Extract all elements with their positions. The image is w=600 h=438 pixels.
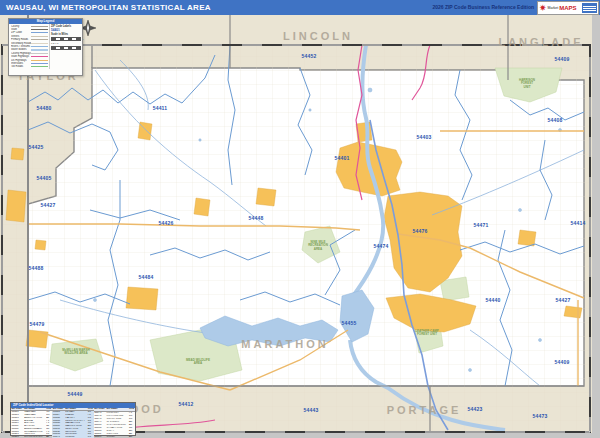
page-title: WAUSAU, WI METROPOLITAN STATISTICAL AREA (6, 3, 211, 12)
legend-item-label: Toll Roads (11, 65, 31, 68)
legend-scale-ticks: 0 2 4 8 (51, 42, 81, 45)
logo-brand: MAPS (559, 5, 576, 11)
legend-item-swatch (31, 49, 48, 51)
legend-item-swatch (31, 29, 48, 30)
legend-item-swatch (31, 60, 48, 61)
logo-brand-prefix: Market (548, 6, 559, 10)
legend-sample-zip: 54401 (51, 28, 81, 32)
legend-panel: Map Legend CountyStateZIP CodeStreetsPri… (8, 18, 83, 76)
legend-item-swatch (31, 43, 48, 44)
title-bar: WAUSAU, WI METROPOLITAN STATISTICAL AREA… (0, 0, 600, 15)
legend-items: CountyStateZIP CodeStreetsPrimary RoadsS… (9, 24, 49, 69)
map-page: WAUSAU, WI METROPOLITAN STATISTICAL AREA… (0, 0, 600, 438)
zip-index-groups: ZIP CodeZIP NameGrid54401WAUSAUC354403WA… (11, 408, 135, 438)
right-margin (592, 15, 600, 438)
legend-item-swatch (31, 26, 48, 27)
zip-index-table: ZIP Code Index/Grid Locator ZIP CodeZIP … (10, 402, 136, 436)
legend-item-swatch (31, 46, 48, 47)
map-canvas[interactable] (0, 15, 600, 438)
map-art (0, 15, 600, 438)
legend-item: Toll Roads (11, 65, 48, 68)
legend-item-swatch (31, 56, 48, 57)
legend-zip-labels-column: ZIP Code Labels 54401 Scale in Miles 0 2… (49, 24, 82, 69)
legend-scale-bar (51, 37, 81, 41)
legend-item-swatch (31, 63, 48, 64)
zip-index-group: ZIP CodeZIP NameGrid54473ROSHOLTF554474R… (94, 408, 135, 438)
edition-label: 2026 ZIP Code Business Reference Edition (432, 4, 534, 10)
legend-scale-bar-2 (51, 46, 81, 50)
legend-scale-heading: Scale in Miles (51, 33, 81, 36)
legend-item-swatch (31, 53, 48, 54)
legend-item-swatch (31, 32, 48, 33)
legend-item-swatch (31, 66, 48, 67)
logo-badge (582, 3, 597, 13)
zip-index-group: ZIP CodeZIP NameGrid54426EDGARB354427ELA… (52, 408, 93, 438)
brand-logo: ✷ Market MAPS (537, 1, 599, 15)
legend-item-swatch (31, 39, 48, 40)
zip-index-group: ZIP CodeZIP NameGrid54401WAUSAUC354403WA… (11, 408, 52, 438)
logo-star-icon: ✷ (539, 4, 547, 13)
legend-item-swatch (31, 36, 48, 37)
